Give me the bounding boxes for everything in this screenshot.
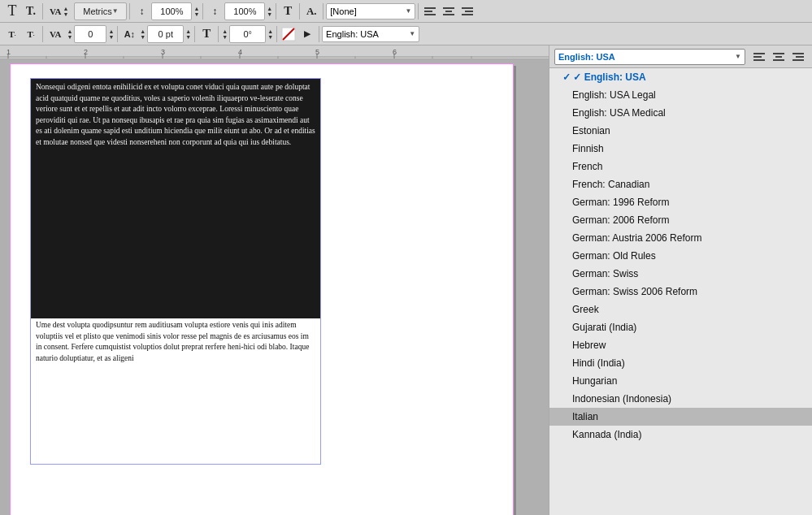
scale-value: 100%	[233, 6, 256, 16]
language-list-item[interactable]: German: 1996 Reform	[549, 193, 812, 211]
language-list-item[interactable]: German: 2006 Reform	[549, 211, 812, 229]
content-area: 1 2 3 4 5 6	[0, 45, 812, 515]
bold-T-icon[interactable]: T	[279, 2, 297, 20]
scale-stepper[interactable]: ▲ ▼	[266, 6, 273, 17]
baseline-down[interactable]: ▼	[139, 34, 146, 40]
document-canvas: Nonsequi odigeni entota enihilicid ex et…	[0, 59, 549, 515]
language-list-item[interactable]: Hungarian	[549, 372, 812, 390]
align-center-btn[interactable]	[440, 2, 458, 20]
align-right-panel-icon	[792, 53, 804, 61]
language-list-item[interactable]: Hebrew	[549, 336, 812, 354]
style-select[interactable]: [None] ▼	[326, 3, 415, 19]
va-down[interactable]: ▼	[62, 11, 69, 17]
tracking-value: 100%	[160, 6, 183, 16]
metrics-select[interactable]: Metrics ▼	[74, 2, 127, 20]
angle-input[interactable]: 0°	[229, 25, 266, 43]
language-list-item[interactable]: Indonesian (Indonesia)	[549, 390, 812, 408]
superscript-icon[interactable]: T.	[22, 25, 40, 43]
tracking-input[interactable]: 100%	[151, 2, 192, 20]
language-select[interactable]: English: USA ▼	[322, 26, 419, 42]
dropdown-header-chevron: ▼	[735, 53, 741, 60]
strikethrough-svg	[281, 27, 296, 41]
tracking-stepper[interactable]: ▲ ▼	[193, 6, 200, 17]
angle-input-stepper[interactable]: ▲ ▼	[267, 28, 274, 40]
dropdown-header: English: USA ▼	[549, 45, 812, 68]
language-list-item[interactable]: Italian	[549, 408, 812, 426]
dropcap-icon[interactable]: A.	[302, 2, 320, 20]
baseline-stepper[interactable]: ▲ ▼	[139, 28, 146, 40]
kern-value: 0	[88, 29, 93, 39]
angle-stepper[interactable]: ▲ ▼	[221, 28, 228, 40]
angle-input-up[interactable]: ▲	[267, 28, 274, 34]
kern-stepper[interactable]: ▲ ▼	[66, 28, 73, 40]
language-list-item[interactable]: Finnish	[549, 140, 812, 158]
metrics-chevron: ▼	[112, 7, 119, 15]
va-control[interactable]: VA ▲ ▼	[46, 2, 73, 20]
kern-down[interactable]: ▼	[66, 34, 73, 40]
tracking-up[interactable]: ▲	[193, 6, 200, 11]
tracking-down[interactable]: ▼	[193, 11, 200, 17]
text-style-T[interactable]: T	[198, 25, 215, 43]
kern-input-up[interactable]: ▲	[107, 28, 115, 34]
align-center-panel-btn[interactable]	[770, 48, 788, 66]
page-background: Nonsequi odigeni entota enihilicid ex et…	[10, 63, 514, 515]
language-list-item[interactable]: Estonian	[549, 122, 812, 140]
language-list-item[interactable]: German: Old Rules	[549, 247, 812, 265]
sep4	[276, 3, 276, 19]
angle-down[interactable]: ▼	[221, 34, 228, 40]
scale-icon[interactable]: ↕	[206, 2, 224, 20]
sep8	[42, 26, 43, 42]
baseline-up[interactable]: ▲	[139, 28, 146, 34]
va-stepper[interactable]: ▲ ▼	[62, 6, 69, 17]
text-tool-T[interactable]: T	[3, 2, 21, 20]
language-list-item[interactable]: ✓ English: USA	[549, 68, 812, 86]
scale-input[interactable]: 100%	[224, 2, 265, 20]
align-center-panel-icon	[773, 53, 784, 61]
language-list-item[interactable]: Hindi (India)	[549, 354, 812, 372]
tracking-icon[interactable]: ↕	[132, 2, 150, 20]
align-right-panel-btn[interactable]	[789, 48, 807, 66]
language-list-item[interactable]: French	[549, 158, 812, 175]
strikethrough-icon[interactable]	[280, 25, 297, 43]
baseline-input-stepper[interactable]: ▲ ▼	[185, 28, 192, 40]
scale-up[interactable]: ▲	[266, 6, 273, 11]
toolbar-row-2: T. T. VA ▲ ▼ 0 ▲ ▼ A↕ ▲ ▼ 0 pt ▲ ▼ T ▲ ▼…	[0, 23, 812, 45]
expand-btn[interactable]: ▶	[298, 25, 316, 43]
angle-up[interactable]: ▲	[221, 28, 228, 34]
language-list-item[interactable]: Kannada (India)	[549, 426, 812, 444]
language-list-item[interactable]: German: Austria 2006 Reform	[549, 229, 812, 247]
svg-text:2: 2	[84, 48, 88, 56]
baseline-input-down[interactable]: ▼	[185, 34, 192, 40]
baseline-input-up[interactable]: ▲	[185, 28, 192, 34]
kern-input-down[interactable]: ▼	[107, 34, 115, 40]
align-left-btn[interactable]	[421, 2, 439, 20]
language-list[interactable]: ✓ English: USAEnglish: USA LegalEnglish:…	[549, 68, 812, 515]
subscript-icon[interactable]: T.	[3, 25, 21, 43]
kern-input-stepper[interactable]: ▲ ▼	[107, 28, 115, 40]
sep2	[129, 3, 130, 19]
language-list-item[interactable]: German: Swiss 2006 Reform	[549, 283, 812, 301]
ruler: 1 2 3 4 5 6	[0, 45, 549, 59]
align-left-panel-btn[interactable]	[750, 48, 768, 66]
va-up[interactable]: ▲	[62, 6, 69, 11]
normal-text-frame[interactable]: Ume dest volupta quodipsuntur rem auditi…	[30, 318, 321, 465]
baseline-icon[interactable]: A↕	[120, 25, 138, 43]
language-list-item[interactable]: Greek	[549, 301, 812, 318]
language-list-item[interactable]: Gujarati (India)	[549, 318, 812, 336]
align-right-btn[interactable]	[458, 2, 476, 20]
language-list-item[interactable]: German: Swiss	[549, 265, 812, 283]
baseline-input[interactable]: 0 pt	[147, 25, 184, 43]
dropdown-header-select[interactable]: English: USA ▼	[554, 49, 745, 65]
language-list-item[interactable]: French: Canadian	[549, 175, 812, 193]
angle-input-down[interactable]: ▼	[267, 34, 274, 40]
language-list-item[interactable]: English: USA Medical	[549, 104, 812, 122]
text-tool-Ti[interactable]: T.	[22, 2, 40, 20]
selected-text-frame[interactable]: Nonsequi odigeni entota enihilicid ex et…	[30, 78, 321, 318]
scale-down[interactable]: ▼	[266, 11, 273, 17]
kern-input[interactable]: 0	[74, 25, 106, 43]
language-list-item[interactable]: English: USA Legal	[549, 86, 812, 104]
ruler-svg: 1 2 3 4 5 6	[0, 45, 549, 59]
kern-up[interactable]: ▲	[66, 28, 73, 34]
language-label: English: USA	[326, 29, 379, 39]
style-label: [None]	[330, 6, 356, 16]
